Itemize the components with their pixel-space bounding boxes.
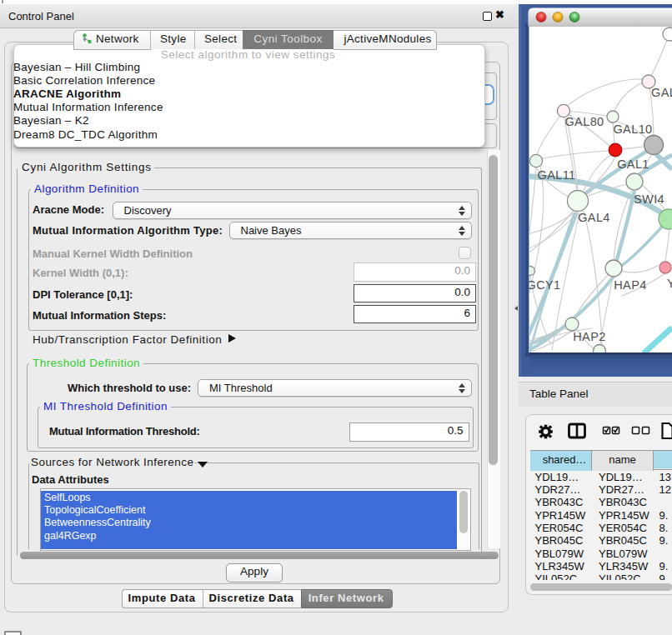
svg-text:GAL1: GAL1 — [617, 158, 649, 171]
svg-text:GAL11: GAL11 — [537, 168, 575, 182]
svg-text:HAP2: HAP2 — [573, 330, 605, 343]
svg-text:SWI4: SWI4 — [634, 192, 664, 206]
svg-text:YD: YD — [667, 277, 672, 290]
svg-text:GAL80: GAL80 — [564, 115, 604, 128]
svg-text:HAP4: HAP4 — [614, 278, 646, 292]
svg-text:GAL4: GAL4 — [578, 211, 610, 224]
svg-text:GAL2: GAL2 — [651, 86, 672, 99]
svg-text:GCY1: GCY1 — [526, 278, 560, 292]
svg-text:GAL10: GAL10 — [613, 122, 652, 136]
